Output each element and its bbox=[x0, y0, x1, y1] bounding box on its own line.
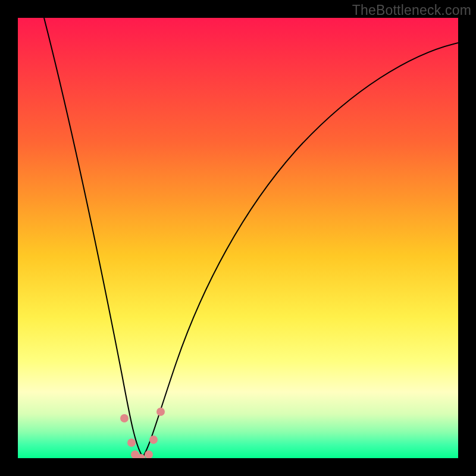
bottleneck-curve-path bbox=[44, 18, 458, 457]
marker-group bbox=[120, 408, 165, 458]
plot-area bbox=[18, 18, 458, 458]
marker-dot bbox=[149, 436, 158, 444]
marker-dot bbox=[127, 439, 136, 447]
watermark-text: TheBottleneck.com bbox=[352, 2, 471, 18]
marker-dot bbox=[120, 414, 129, 422]
curve-svg bbox=[18, 18, 458, 458]
marker-dot bbox=[156, 408, 165, 416]
